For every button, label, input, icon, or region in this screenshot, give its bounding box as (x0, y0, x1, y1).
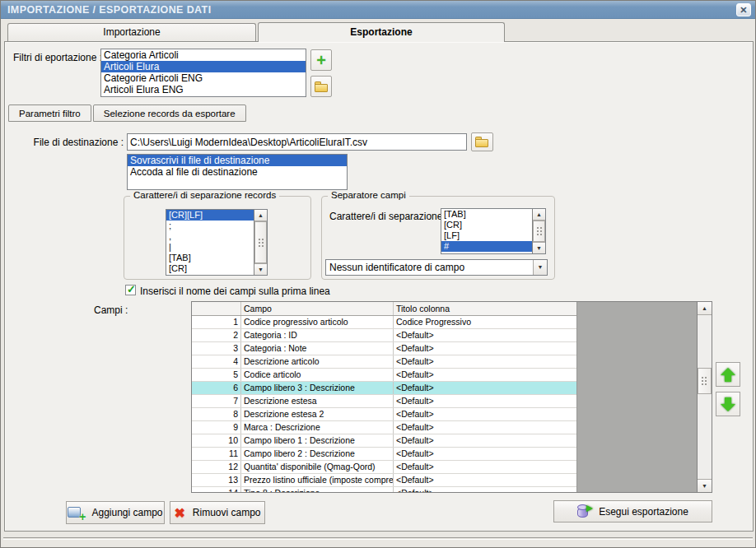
list-item[interactable]: | (166, 242, 254, 253)
scroll-up-icon[interactable]: ▲ (533, 209, 545, 221)
table-row[interactable]: 2 Categoria : ID <Default> (192, 329, 576, 342)
scroll-down-icon[interactable]: ▼ (533, 242, 545, 253)
tab-page-esportazione: Filtri di eportazione : Categoria Artico… (4, 41, 754, 532)
scrollbar-thumb[interactable] (254, 221, 267, 263)
record-separator-listbox: [CR][LF];,|[TAB][CR] ▲ ▼ (166, 209, 268, 276)
folder-icon (315, 81, 329, 92)
table-row[interactable]: 7 Descrizione estesa <Default> (192, 395, 576, 408)
fields-table: Campo Titolo colonna 1 Codice progressiv… (191, 301, 712, 493)
folder-icon (475, 137, 489, 147)
export-filters-listbox: Categoria ArticoliArticoli EluraCategori… (100, 49, 306, 97)
table-row[interactable]: 8 Descrizione estesa 2 <Default> (192, 408, 576, 421)
list-item[interactable]: [TAB] (441, 209, 532, 220)
subtab-selezione-records[interactable]: Selezione records da esportare (93, 104, 246, 122)
column-header-titolo[interactable]: Titolo colonna (394, 302, 576, 315)
table-row[interactable]: 13 Prezzo listino ufficiale (imposte com… (192, 474, 576, 487)
table-scrollbar[interactable]: ▲ ▼ (697, 302, 712, 492)
list-item[interactable]: ; (166, 221, 254, 231)
table-filler-area (576, 302, 698, 492)
field-separator-scrollbar[interactable]: ▲ ▼ (532, 209, 545, 253)
remove-field-button[interactable]: ✖ Rimuovi campo (170, 501, 265, 524)
titlebar: IMPORTAZIONE / ESPORTAZIONE DATI ✕ (1, 1, 755, 19)
destination-input[interactable] (127, 133, 467, 151)
list-item[interactable]: [TAB] (166, 253, 254, 263)
remove-field-label: Rimuovi campo (193, 507, 261, 518)
list-item[interactable]: Sovrascrivi il file di destinazione (128, 155, 347, 166)
list-item[interactable]: Categoria Articoli (101, 49, 306, 61)
table-row[interactable]: 5 Codice articolo <Default> (192, 369, 576, 382)
scrollbar-thumb[interactable] (533, 221, 545, 242)
add-field-label: Aggiungi campo (91, 507, 162, 518)
add-box-icon: + (68, 506, 84, 520)
record-separator-title: Carattere/i di separazione records (130, 190, 279, 200)
arrow-up-icon (721, 368, 735, 382)
chevron-down-icon[interactable]: ▼ (533, 260, 547, 275)
field-separator-group: Separatore campi Carattere/i di separazi… (321, 196, 555, 280)
move-field-down-button[interactable] (716, 392, 740, 416)
add-filter-button[interactable]: + (310, 49, 332, 71)
write-mode-listbox: Sovrascrivi il file di destinazioneAccod… (127, 154, 348, 190)
combo-value: Nessun identificatore di campo (329, 262, 464, 273)
plus-icon: + (316, 53, 326, 67)
scrollbar-thumb[interactable] (698, 368, 712, 394)
list-item[interactable]: Accoda al file di destinazione (128, 166, 347, 178)
table-row[interactable]: 4 Descrizione articolo <Default> (192, 355, 576, 369)
list-item[interactable]: # (441, 241, 532, 252)
export-filters-label: Filtri di eportazione : (13, 52, 99, 63)
main-tabstrip: Importazione Esportazione (7, 22, 505, 42)
list-item[interactable]: [CR][LF] (166, 210, 254, 221)
table-header: Campo Titolo colonna (192, 302, 576, 316)
table-row[interactable]: 10 Campo libero 1 : Descrizione <Default… (192, 434, 576, 448)
list-item[interactable]: Categorie Articoli ENG (101, 72, 306, 84)
table-row[interactable]: 11 Campo libero 2 : Descrizione <Default… (192, 448, 576, 461)
destination-label: File di destinazione : (18, 137, 124, 148)
execute-export-button[interactable]: Esegui esportazione (553, 500, 712, 522)
window-title: IMPORTAZIONE / ESPORTAZIONE DATI (7, 4, 212, 16)
record-separator-scrollbar[interactable]: ▲ ▼ (254, 210, 267, 275)
field-separator-title: Separatore campi (328, 190, 409, 200)
execute-export-label: Esegui esportazione (599, 506, 688, 518)
list-item[interactable]: , (166, 231, 254, 242)
bottom-divider (3, 537, 753, 540)
subtab-parametri-filtro[interactable]: Parametri filtro (8, 104, 91, 122)
tab-importazione[interactable]: Importazione (7, 23, 256, 41)
table-row[interactable]: 3 Categoria : Note <Default> (192, 342, 576, 355)
list-item[interactable]: [CR] (166, 263, 254, 274)
record-separator-group: Carattere/i di separazione records [CR][… (124, 196, 311, 280)
scroll-up-icon[interactable]: ▲ (254, 210, 267, 221)
scroll-down-icon[interactable]: ▼ (698, 479, 712, 492)
column-header-index (192, 302, 241, 315)
sub-tabstrip: Parametri filtro Selezione records da es… (8, 104, 248, 122)
red-x-icon: ✖ (174, 505, 184, 521)
scroll-up-icon[interactable]: ▲ (698, 302, 712, 315)
add-field-button[interactable]: + Aggiungi campo (66, 501, 165, 524)
move-field-up-button[interactable] (716, 362, 740, 387)
open-filter-button[interactable] (310, 76, 332, 97)
scroll-down-icon[interactable]: ▼ (254, 263, 267, 275)
field-separator-label: Carattere/i di separazione : (329, 211, 448, 222)
database-export-icon (577, 504, 591, 518)
table-row[interactable]: 12 Quantita' disponibile (Qmag-Qord) <De… (192, 461, 576, 474)
import-export-dialog: IMPORTAZIONE / ESPORTAZIONE DATI ✕ Impor… (0, 0, 756, 548)
first-line-names-label: Inserisci il nome dei campi sulla prima … (140, 286, 330, 297)
field-separator-listbox: [TAB][CR][LF]# ▲ ▼ (441, 208, 546, 254)
check-icon: ✓ (127, 283, 136, 295)
browse-destination-button[interactable] (471, 132, 493, 151)
list-item[interactable]: [CR] (441, 220, 532, 230)
list-item[interactable]: Articoli Elura ENG (101, 84, 306, 95)
tab-esportazione[interactable]: Esportazione (258, 22, 505, 42)
column-header-campo[interactable]: Campo (241, 302, 394, 315)
arrow-down-icon (721, 397, 735, 411)
list-item[interactable]: Articoli Elura (101, 61, 306, 72)
table-row[interactable]: 9 Marca : Descrizione <Default> (192, 421, 576, 434)
fields-label: Campi : (94, 304, 128, 316)
list-item[interactable]: [LF] (441, 230, 532, 241)
table-body: 1 Codice progressivo articolo Codice Pro… (192, 316, 576, 492)
first-line-names-checkbox[interactable]: ✓ (125, 285, 136, 295)
table-row[interactable]: 6 Campo libero 3 : Descrizione <Default> (192, 382, 576, 395)
table-row[interactable]: 1 Codice progressivo articolo Codice Pro… (192, 316, 576, 329)
table-row[interactable]: 14 Tipo 8 : Descrizione <Default> (192, 487, 576, 492)
close-icon[interactable]: ✕ (736, 3, 751, 16)
field-identifier-combobox[interactable]: Nessun identificatore di campo ▼ (325, 259, 548, 276)
